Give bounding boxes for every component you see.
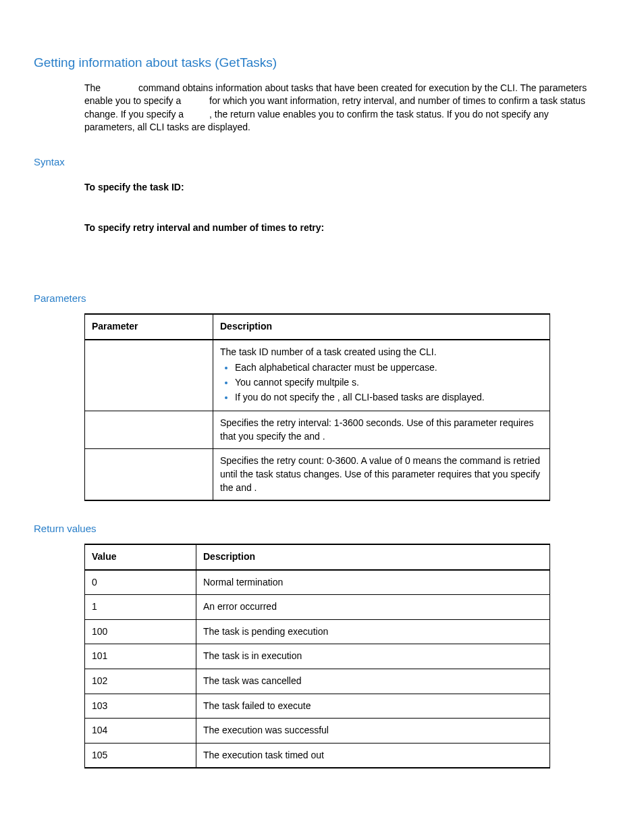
table-header-row: Parameter Description — [85, 314, 550, 340]
table-row: 105 The execution task timed out — [85, 743, 550, 768]
desc-cell: The task ID number of a task created usi… — [213, 340, 550, 411]
table-row: 0 Normal termination — [85, 570, 550, 595]
intro-text-a: The — [84, 82, 103, 93]
desc-cell: The task was cancelled — [196, 669, 550, 694]
parameters-table: Parameter Description The task ID number… — [84, 313, 550, 501]
table-row: The task ID number of a task created usi… — [85, 340, 550, 411]
value-cell: 102 — [85, 669, 196, 694]
table-row: 102 The task was cancelled — [85, 669, 550, 694]
return-values-table: Value Description 0 Normal termination 1… — [84, 544, 550, 768]
syntax-label-retry: To specify retry interval and number of … — [84, 221, 610, 235]
return-values-col-description: Description — [196, 544, 550, 570]
table-row: 101 The task is in execution — [85, 644, 550, 669]
table-row: Specifies the retry interval: 1-3600 sec… — [85, 411, 550, 449]
desc-cell: The task is in execution — [196, 644, 550, 669]
parameters-col-description: Description — [213, 314, 550, 340]
list-item: You cannot specify multpile s. — [235, 376, 543, 390]
return-values-col-value: Value — [85, 544, 196, 570]
list-item: If you do not specify the , all CLI-base… — [235, 391, 543, 405]
desc-cell: Normal termination — [196, 570, 550, 595]
param-cell — [85, 340, 213, 411]
value-cell: 105 — [85, 743, 196, 768]
table-row: 104 The execution was successful — [85, 719, 550, 744]
table-header-row: Value Description — [85, 544, 550, 570]
table-row: 1 An error occurred — [85, 595, 550, 620]
page-title: Getting information about tasks (GetTask… — [34, 54, 610, 72]
table-row: 103 The task failed to execute — [85, 694, 550, 719]
value-cell: 103 — [85, 694, 196, 719]
intro-paragraph: The command obtains information about ta… — [84, 82, 600, 134]
desc-cell: The execution task timed out — [196, 743, 550, 768]
desc-cell: The task is pending execution — [196, 619, 550, 644]
return-values-heading: Return values — [34, 521, 610, 536]
syntax-heading: Syntax — [34, 155, 610, 169]
value-cell: 100 — [85, 619, 196, 644]
desc-cell: An error occurred — [196, 595, 550, 620]
desc-cell: The task failed to execute — [196, 694, 550, 719]
param-cell — [85, 411, 213, 449]
value-cell: 1 — [85, 595, 196, 620]
table-row: Specifies the retry count: 0-3600. A val… — [85, 449, 550, 500]
table-row: 100 The task is pending execution — [85, 619, 550, 644]
value-cell: 0 — [85, 570, 196, 595]
desc-cell: Specifies the retry count: 0-3600. A val… — [213, 449, 550, 500]
syntax-label-taskid: To specify the task ID: — [84, 181, 610, 194]
desc-cell: Specifies the retry interval: 1-3600 sec… — [213, 411, 550, 449]
value-cell: 104 — [85, 719, 196, 744]
desc-bullet-list: Each alphabetical character must be uppe… — [220, 361, 543, 404]
desc-intro: The task ID number of a task created usi… — [220, 346, 437, 357]
list-item: Each alphabetical character must be uppe… — [235, 361, 543, 375]
parameters-heading: Parameters — [34, 291, 610, 305]
desc-cell: The execution was successful — [196, 719, 550, 744]
param-cell — [85, 449, 213, 500]
value-cell: 101 — [85, 644, 196, 669]
parameters-col-parameter: Parameter — [85, 314, 213, 340]
